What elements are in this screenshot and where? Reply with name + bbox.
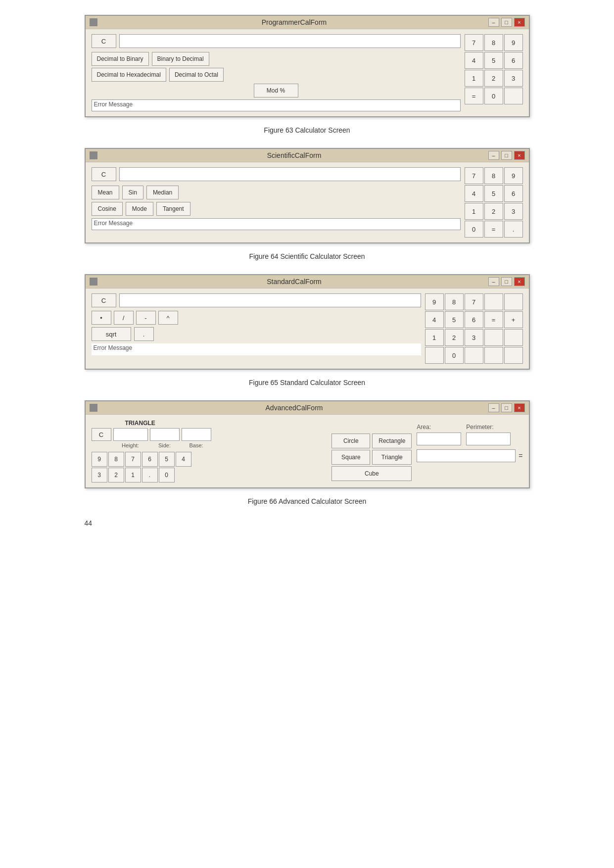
std-btn-1[interactable]: 1 <box>425 329 444 346</box>
sci-btn-3[interactable]: 3 <box>504 203 523 220</box>
adv-close-btn[interactable]: × <box>514 403 525 412</box>
prog-btn-9[interactable]: 9 <box>504 34 523 51</box>
prog-btn-1[interactable]: 1 <box>465 70 483 87</box>
std-btn-2[interactable]: 2 <box>445 329 464 346</box>
prog-btn-4[interactable]: 4 <box>465 52 483 69</box>
sci-median-btn[interactable]: Median <box>146 186 179 199</box>
sci-sin-btn[interactable]: Sin <box>122 186 143 199</box>
prog-btn-8[interactable]: 8 <box>484 34 503 51</box>
adv-side-input[interactable] <box>150 428 180 441</box>
std-btn-plus[interactable]: + <box>504 311 523 328</box>
sci-btn-0[interactable]: 0 <box>465 221 483 238</box>
sci-btn-dot[interactable]: . <box>504 221 523 238</box>
adv-btn-2[interactable]: 2 <box>108 468 124 482</box>
prog-controls: – □ × <box>488 18 525 27</box>
prog-btn-3[interactable]: 3 <box>504 70 523 87</box>
adv-btn-8[interactable]: 8 <box>108 452 124 467</box>
std-close-btn[interactable]: × <box>514 277 525 286</box>
adv-square-btn[interactable]: Square <box>331 450 370 465</box>
std-btn-3[interactable]: 3 <box>465 329 483 346</box>
adv-triangle-row: TRIANGLE <box>92 420 211 427</box>
std-btn-5[interactable]: 5 <box>445 311 464 328</box>
prog-btn-7[interactable]: 7 <box>465 34 483 51</box>
adv-btn-7[interactable]: 7 <box>125 452 141 467</box>
std-sqrt-btn[interactable]: sqrt <box>92 327 131 341</box>
prog-binary-decimal-btn[interactable]: Binary to Decimal <box>152 52 209 66</box>
std-divide-btn[interactable]: / <box>114 311 134 325</box>
sci-btn-4[interactable]: 4 <box>465 185 483 202</box>
prog-btn-2[interactable]: 2 <box>484 70 503 87</box>
sci-mode-btn[interactable]: Mode <box>126 202 153 216</box>
std-btn-0[interactable]: 0 <box>445 347 464 364</box>
std-c-button[interactable]: C <box>92 293 116 307</box>
std-btn-6[interactable]: 6 <box>465 311 483 328</box>
prog-display[interactable] <box>119 34 461 48</box>
prog-decimal-hex-btn[interactable]: Decimal to Hexadecimal <box>92 68 166 82</box>
prog-btn-eq[interactable]: = <box>465 88 483 104</box>
prog-btn-6[interactable]: 6 <box>504 52 523 69</box>
prog-numpad: 7 8 9 4 5 6 1 2 3 = 0 <box>465 34 523 111</box>
sci-cosine-btn[interactable]: Cosine <box>92 202 123 216</box>
std-multiply-btn[interactable]: • <box>92 311 111 325</box>
sci-window-icon <box>90 151 97 159</box>
sci-btn-9[interactable]: 9 <box>504 167 523 184</box>
std-btn-8[interactable]: 8 <box>445 293 464 310</box>
sci-btn-8[interactable]: 8 <box>484 167 503 184</box>
sci-btn-6[interactable]: 6 <box>504 185 523 202</box>
adv-btn-3[interactable]: 3 <box>92 468 107 482</box>
sci-mean-btn[interactable]: Mean <box>92 186 119 199</box>
prog-minimize-btn[interactable]: – <box>488 18 499 27</box>
prog-mod-btn[interactable]: Mod % <box>254 84 298 97</box>
adv-btn-dot[interactable]: . <box>142 468 158 482</box>
sci-btn-7[interactable]: 7 <box>465 167 483 184</box>
adv-btn-5[interactable]: 5 <box>159 452 175 467</box>
adv-side-label: Side: <box>150 442 180 448</box>
adv-btn-4[interactable]: 4 <box>176 452 191 467</box>
sci-btn-2[interactable]: 2 <box>484 203 503 220</box>
prog-btn-5[interactable]: 5 <box>484 52 503 69</box>
std-dot-btn[interactable]: . <box>134 327 154 341</box>
adv-btn-6[interactable]: 6 <box>142 452 158 467</box>
adv-minimize-btn[interactable]: – <box>488 403 499 412</box>
adv-area-field[interactable] <box>417 433 461 445</box>
prog-c-button[interactable]: C <box>92 34 116 48</box>
adv-circle-btn[interactable]: Circle <box>331 434 370 448</box>
sci-tangent-btn[interactable]: Tangent <box>156 202 190 216</box>
std-power-btn[interactable]: ^ <box>158 311 178 325</box>
adv-height-input[interactable] <box>113 428 148 441</box>
sci-maximize-btn[interactable]: □ <box>501 151 512 160</box>
adv-rectangle-btn[interactable]: Rectangle <box>372 434 412 448</box>
adv-result-display[interactable] <box>417 449 516 462</box>
prog-close-btn[interactable]: × <box>514 18 525 27</box>
std-btn-eq[interactable]: = <box>484 311 503 328</box>
adv-btn-1[interactable]: 1 <box>125 468 141 482</box>
adv-c-button[interactable]: C <box>92 428 111 441</box>
prog-decimal-octal-btn[interactable]: Decimal to Octal <box>169 68 224 82</box>
adv-btn-9[interactable]: 9 <box>92 452 107 467</box>
std-minimize-btn[interactable]: – <box>488 277 499 286</box>
std-btn-4[interactable]: 4 <box>425 311 444 328</box>
sci-btn-eq[interactable]: = <box>484 221 503 238</box>
std-subtract-btn[interactable]: - <box>136 311 156 325</box>
std-btn-9[interactable]: 9 <box>425 293 444 310</box>
prog-btn-0[interactable]: 0 <box>484 88 503 104</box>
adv-perimeter-field[interactable] <box>466 433 511 445</box>
sci-title: ScientificCalForm <box>100 151 488 159</box>
adv-cube-btn[interactable]: Cube <box>331 466 412 481</box>
sci-btn-1[interactable]: 1 <box>465 203 483 220</box>
adv-height-label: Height: <box>113 442 148 448</box>
std-btn-7[interactable]: 7 <box>465 293 483 310</box>
std-maximize-btn[interactable]: □ <box>501 277 512 286</box>
adv-maximize-btn[interactable]: □ <box>501 403 512 412</box>
sci-btn-5[interactable]: 5 <box>484 185 503 202</box>
sci-close-btn[interactable]: × <box>514 151 525 160</box>
sci-minimize-btn[interactable]: – <box>488 151 499 160</box>
prog-decimal-binary-btn[interactable]: Decimal to Binary <box>92 52 149 66</box>
sci-display[interactable] <box>119 167 461 181</box>
adv-triangle-btn[interactable]: Triangle <box>372 450 412 465</box>
std-display[interactable] <box>119 293 421 307</box>
sci-c-button[interactable]: C <box>92 167 116 181</box>
adv-btn-0[interactable]: 0 <box>159 468 175 482</box>
adv-base-input[interactable] <box>182 428 211 441</box>
prog-maximize-btn[interactable]: □ <box>501 18 512 27</box>
